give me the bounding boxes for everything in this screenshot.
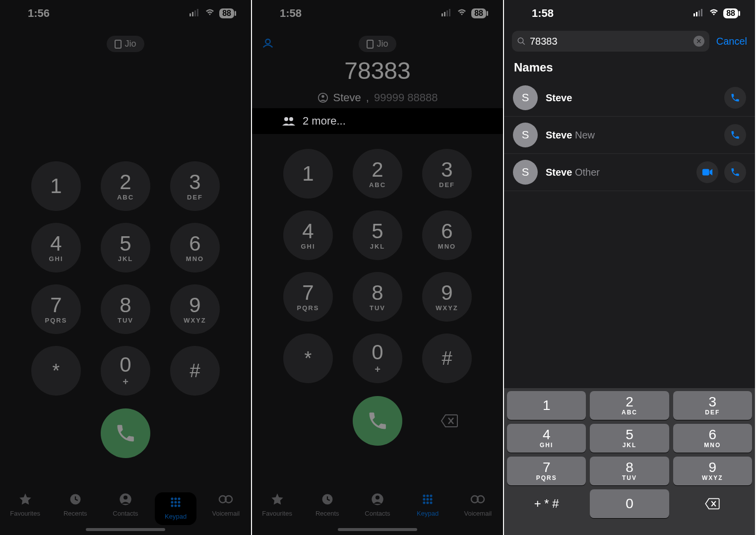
keypad-key-*[interactable]: * <box>283 334 333 383</box>
tab-favourites[interactable]: Favourites <box>4 492 46 517</box>
svg-rect-1 <box>192 12 193 16</box>
carrier-pill[interactable]: Jio <box>359 36 396 52</box>
people-icon <box>282 116 296 126</box>
dial-keypad: 12ABC3DEF4GHI5JKL6MNO7PQRS8TUV9WXYZ*0+# <box>252 149 503 383</box>
key-letters: GHI <box>49 255 63 263</box>
backspace-button[interactable] <box>440 411 459 431</box>
call-contact-button[interactable] <box>724 124 746 146</box>
tab-contacts[interactable]: Contacts <box>357 492 398 517</box>
tab-favourites[interactable]: Favourites <box>256 492 298 517</box>
keypad-key-8[interactable]: 8TUV <box>101 284 150 334</box>
status-bar: 1:56 88 <box>0 0 251 27</box>
call-contact-button[interactable] <box>724 87 746 109</box>
contact-name: Steve <box>546 92 572 104</box>
contact-row[interactable]: SSteve Other <box>504 154 755 191</box>
status-bar: 1:58 88 <box>252 0 503 27</box>
keypad-key-8[interactable]: 8TUV <box>353 272 402 322</box>
keypad-key-3[interactable]: 3DEF <box>422 149 472 199</box>
svg-point-12 <box>178 501 181 503</box>
call-button[interactable] <box>101 408 150 458</box>
svg-point-10 <box>171 501 174 503</box>
keyboard-key-5[interactable]: 5JKL <box>590 424 669 453</box>
clear-search-button[interactable]: ✕ <box>693 36 704 47</box>
numeric-keyboard: 12ABC3DEF4GHI5JKL6MNO7PQRS8TUV9WXYZ + * … <box>504 388 755 535</box>
svg-point-31 <box>427 494 429 497</box>
keypad-key-1[interactable]: 1 <box>31 161 81 211</box>
svg-point-38 <box>430 501 433 504</box>
tab-keypad[interactable]: Keypad <box>155 492 196 525</box>
tab-keypad[interactable]: Keypad <box>407 492 448 517</box>
key-number: 3 <box>189 172 200 193</box>
home-indicator[interactable] <box>86 528 165 531</box>
contact-row[interactable]: SSteve New <box>504 117 755 154</box>
top-match[interactable]: Steve, 99999 88888 <box>252 91 503 104</box>
keyboard-key-6[interactable]: 6MNO <box>673 424 752 453</box>
keypad-key-6[interactable]: 6MNO <box>170 223 220 272</box>
keypad-key-7[interactable]: 7PQRS <box>31 284 81 334</box>
search-value: 78383 <box>530 36 558 47</box>
keypad-key-#[interactable]: # <box>422 334 472 383</box>
svg-line-46 <box>522 42 525 45</box>
keypad-key-0[interactable]: 0+ <box>101 346 150 396</box>
keyboard-key-3[interactable]: 3DEF <box>673 391 752 420</box>
svg-rect-19 <box>444 12 445 16</box>
contact-name: Steve New <box>546 130 595 141</box>
search-input[interactable]: 78383 ✕ <box>512 31 709 52</box>
tab-bar: FavouritesRecentsContactsKeypadVoicemail <box>252 485 503 535</box>
keypad-key-3[interactable]: 3DEF <box>170 161 220 211</box>
keypad-key-2[interactable]: 2ABC <box>353 149 402 199</box>
tab-voicemail[interactable]: Voicemail <box>457 492 499 517</box>
keyboard-key-0[interactable]: 0 <box>590 489 669 518</box>
svg-rect-44 <box>701 9 702 16</box>
more-results[interactable]: 2 more... <box>252 108 503 134</box>
keypad-key-0[interactable]: 0+ <box>353 334 402 383</box>
tab-contacts[interactable]: Contacts <box>105 492 146 517</box>
tab-recents[interactable]: Recents <box>55 492 96 517</box>
video-call-button[interactable] <box>696 161 718 183</box>
keyboard-symbols[interactable]: + * # <box>507 489 586 518</box>
tab-voicemail[interactable]: Voicemail <box>205 492 247 517</box>
keyboard-backspace[interactable] <box>673 489 752 518</box>
home-indicator[interactable] <box>338 528 417 531</box>
key-number: 8 <box>120 295 131 316</box>
keypad-key-1[interactable]: 1 <box>283 149 333 199</box>
keypad-key-*[interactable]: * <box>31 346 81 396</box>
section-header: Names <box>504 52 755 79</box>
share-play-icon[interactable] <box>261 36 275 52</box>
keypad-key-4[interactable]: 4GHI <box>31 223 81 272</box>
keyboard-key-4[interactable]: 4GHI <box>507 424 586 453</box>
keypad-key-9[interactable]: 9WXYZ <box>170 284 220 334</box>
svg-point-14 <box>175 504 177 507</box>
key-letters: MNO <box>186 255 204 263</box>
keypad-key-7[interactable]: 7PQRS <box>283 272 333 322</box>
keypad-key-#[interactable]: # <box>170 346 220 396</box>
call-button[interactable] <box>353 396 402 446</box>
key-letters: ABC <box>369 181 386 189</box>
keyboard-key-1[interactable]: 1 <box>507 391 586 420</box>
keypad-key-9[interactable]: 9WXYZ <box>422 272 472 322</box>
keyboard-key-9[interactable]: 9WXYZ <box>673 457 752 485</box>
call-contact-button[interactable] <box>724 161 746 183</box>
carrier-pill[interactable]: Jio <box>107 36 144 52</box>
keypad-key-4[interactable]: 4GHI <box>283 210 333 260</box>
keypad-key-5[interactable]: 5JKL <box>353 210 402 260</box>
key-number: * <box>53 361 60 380</box>
keypad-key-2[interactable]: 2ABC <box>101 161 150 211</box>
svg-rect-47 <box>702 169 709 176</box>
keypad-key-5[interactable]: 5JKL <box>101 223 150 272</box>
key-number: # <box>189 361 200 380</box>
key-number: 8 <box>372 282 383 303</box>
key-number: 9 <box>441 282 452 303</box>
cancel-button[interactable]: Cancel <box>716 36 747 47</box>
contact-avatar: S <box>513 85 538 110</box>
svg-rect-3 <box>197 9 198 16</box>
svg-point-35 <box>430 498 433 500</box>
keyboard-key-2[interactable]: 2ABC <box>590 391 669 420</box>
keyboard-key-7[interactable]: 7PQRS <box>507 457 586 485</box>
keyboard-key-8[interactable]: 8TUV <box>590 457 669 485</box>
tab-recents[interactable]: Recents <box>307 492 348 517</box>
key-number: 5 <box>372 221 383 242</box>
key-letters: TUV <box>118 317 133 324</box>
contact-row[interactable]: SSteve <box>504 79 755 117</box>
keypad-key-6[interactable]: 6MNO <box>422 210 472 260</box>
